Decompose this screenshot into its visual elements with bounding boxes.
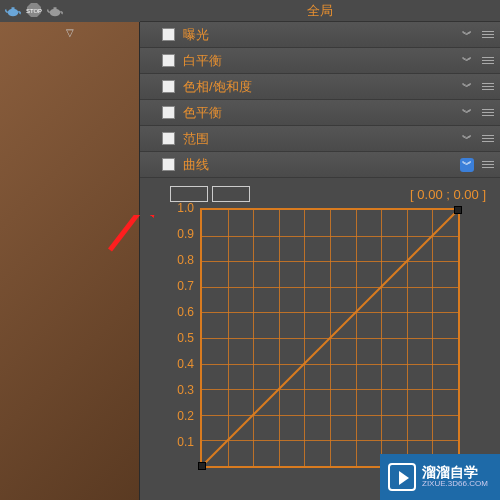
svg-point-4 (50, 9, 61, 17)
menu-icon[interactable] (482, 159, 494, 171)
chevron-down-icon[interactable]: ︾ (460, 106, 474, 120)
menu-icon[interactable] (482, 29, 494, 41)
curve-grid[interactable] (200, 208, 460, 468)
section-curves[interactable]: 曲线 ︾ (140, 152, 500, 178)
section-white-balance[interactable]: 白平衡 ︾ (140, 48, 500, 74)
svg-line-6 (202, 210, 458, 466)
y-tick: 0.7 (177, 279, 194, 293)
menu-icon[interactable] (482, 133, 494, 145)
teapot-icon-active[interactable] (4, 4, 22, 18)
watermark: 溜溜自学 ZIXUE.3D66.COM (380, 454, 500, 500)
teapot-icon-gray[interactable] (46, 4, 64, 18)
swatch-row: [ 0.00 ; 0.00 ] (170, 186, 492, 202)
curve-line[interactable] (202, 210, 458, 466)
menu-icon[interactable] (482, 107, 494, 119)
svg-text:STOP: STOP (26, 8, 42, 14)
svg-point-0 (8, 9, 19, 17)
checkbox-curves[interactable] (162, 158, 175, 171)
chevron-down-icon[interactable]: ︾ (460, 28, 474, 42)
chevron-down-icon[interactable]: ︾ (460, 132, 474, 146)
checkbox-hsl[interactable] (162, 80, 175, 93)
checkbox-white-balance[interactable] (162, 54, 175, 67)
curve-handle-end[interactable] (454, 206, 462, 214)
y-axis: 1.0 0.9 0.8 0.7 0.6 0.5 0.4 0.3 0.2 0.1 (170, 208, 198, 468)
menu-icon[interactable] (482, 55, 494, 67)
watermark-title: 溜溜自学 (422, 465, 488, 479)
section-label: 白平衡 (183, 52, 452, 70)
chevron-down-icon[interactable]: ︾ (460, 80, 474, 94)
play-icon (388, 463, 416, 491)
section-range[interactable]: 范围 ︾ (140, 126, 500, 152)
y-tick: 0.4 (177, 357, 194, 371)
y-tick: 0.5 (177, 331, 194, 345)
svg-rect-1 (12, 7, 15, 9)
y-tick: 0.8 (177, 253, 194, 267)
color-swatch-2[interactable] (212, 186, 250, 202)
coordinate-readout: [ 0.00 ; 0.00 ] (410, 187, 492, 202)
svg-rect-5 (54, 7, 57, 9)
y-tick: 0.6 (177, 305, 194, 319)
y-tick: 0.2 (177, 409, 194, 423)
section-color-balance[interactable]: 色平衡 ︾ (140, 100, 500, 126)
y-tick: 0.1 (177, 435, 194, 449)
color-swatch-1[interactable] (170, 186, 208, 202)
section-label: 范围 (183, 130, 452, 148)
checkbox-range[interactable] (162, 132, 175, 145)
color-correction-panel: 全局 曝光 ︾ 白平衡 ︾ 色相/饱和度 ︾ 色平衡 ︾ 范围 ︾ 曲线 ︾ (140, 0, 500, 500)
section-label: 色平衡 (183, 104, 452, 122)
checkbox-exposure[interactable] (162, 28, 175, 41)
chevron-down-icon[interactable]: ︾ (460, 54, 474, 68)
stop-icon[interactable]: STOP (26, 2, 42, 21)
checkbox-color-balance[interactable] (162, 106, 175, 119)
chevron-down-icon[interactable]: ︾ (460, 158, 474, 172)
panel-header: 全局 (140, 0, 500, 22)
section-label: 色相/饱和度 (183, 78, 452, 96)
y-tick: 0.9 (177, 227, 194, 241)
watermark-sub: ZIXUE.3D66.COM (422, 479, 488, 489)
section-exposure[interactable]: 曝光 ︾ (140, 22, 500, 48)
curve-chart: 1.0 0.9 0.8 0.7 0.6 0.5 0.4 0.3 0.2 0.1 (170, 208, 490, 488)
y-tick: 0.3 (177, 383, 194, 397)
y-tick: 1.0 (177, 201, 194, 215)
render-viewport[interactable] (0, 22, 140, 500)
section-label: 曲线 (183, 156, 452, 174)
curves-editor: [ 0.00 ; 0.00 ] 1.0 0.9 0.8 0.7 0.6 0.5 … (140, 178, 500, 496)
section-label: 曝光 (183, 26, 452, 44)
viewport-toolbar: STOP (0, 0, 140, 22)
curve-handle-start[interactable] (198, 462, 206, 470)
menu-icon[interactable] (482, 81, 494, 93)
section-hsl[interactable]: 色相/饱和度 ︾ (140, 74, 500, 100)
